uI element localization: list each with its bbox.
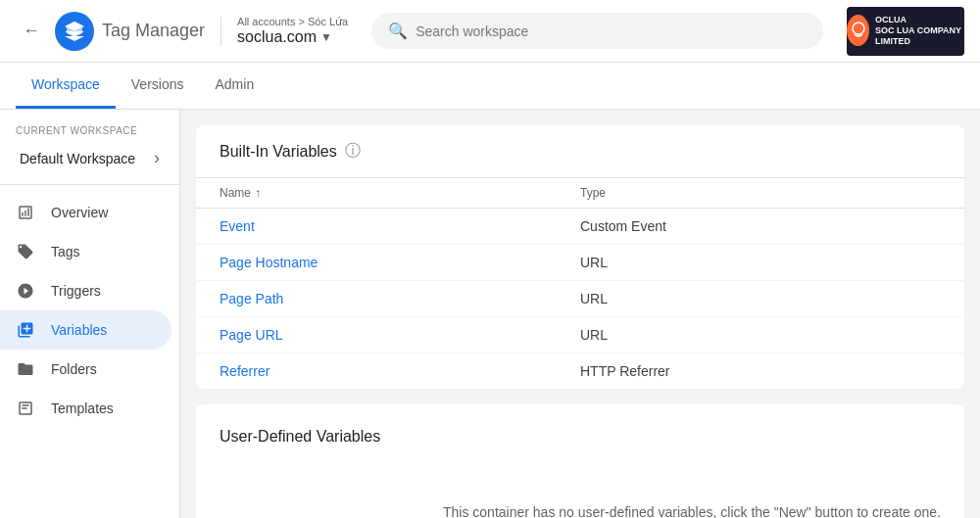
tags-icon: [16, 242, 35, 261]
header-divider: [220, 17, 221, 46]
name-column-header: Name ↑: [220, 186, 580, 200]
templates-label: Templates: [51, 400, 114, 416]
table-row: Page Path URL: [196, 281, 964, 317]
search-icon: 🔍: [388, 22, 408, 40]
user-defined-title: User-Defined Variables: [220, 428, 941, 446]
workspace-label: CURRENT WORKSPACE: [0, 110, 179, 140]
sort-icon[interactable]: ↑: [255, 186, 261, 200]
table-row: Referrer HTTP Referrer: [196, 353, 964, 389]
sidebar-item-tags[interactable]: Tags: [0, 232, 172, 271]
variable-type-cell: HTTP Referrer: [580, 363, 941, 379]
back-icon: ←: [23, 21, 40, 41]
variable-name-link[interactable]: Referrer: [220, 363, 270, 379]
user-defined-section: User-Defined Variables This container ha…: [196, 404, 964, 518]
sidebar-item-folders[interactable]: Folders: [0, 350, 172, 389]
header: ← Tag Manager All accounts > Sóc Lứa soc…: [0, 0, 980, 63]
domain-name: soclua.com: [237, 28, 317, 46]
brand-logo-inner: OCLUA SOC LUA COMPANY LIMITED: [847, 15, 964, 46]
workspace-arrow-icon: ›: [154, 148, 160, 168]
built-in-variables-title: Built-In Variables: [220, 143, 337, 161]
variable-name-link[interactable]: Page Hostname: [220, 255, 318, 270]
variable-type-cell: URL: [580, 327, 941, 343]
overview-icon: [16, 203, 35, 222]
sidebar-item-variables[interactable]: Variables: [0, 310, 172, 350]
dropdown-arrow-icon: ▼: [320, 30, 332, 44]
workspace-selector[interactable]: Default Workspace ›: [8, 140, 172, 176]
variable-name-cell: Page URL: [220, 327, 580, 343]
sidebar-item-overview[interactable]: Overview: [0, 193, 172, 232]
sidebar: CURRENT WORKSPACE Default Workspace › Ov…: [0, 110, 180, 518]
content-area: Built-In Variables ⓘ Name ↑ Type Event C…: [180, 110, 980, 518]
brand-logo-text: OCLUA SOC LUA COMPANY LIMITED: [875, 15, 964, 46]
table-row: Event Custom Event: [196, 209, 964, 245]
overview-label: Overview: [51, 205, 108, 220]
search-input[interactable]: [416, 24, 807, 39]
name-header-label: Name: [220, 186, 251, 200]
table-row: Page Hostname URL: [196, 245, 964, 281]
sidebar-divider: [0, 184, 179, 185]
tab-versions[interactable]: Versions: [116, 62, 200, 109]
table-row: Page URL URL: [196, 317, 964, 353]
variable-name-link[interactable]: Page URL: [220, 327, 283, 343]
variable-name-cell: Page Hostname: [220, 255, 580, 270]
app-name: Tag Manager: [102, 21, 205, 41]
nav-tabs: Workspace Versions Admin: [0, 63, 980, 110]
variable-type-cell: URL: [580, 291, 941, 306]
domain-selector[interactable]: soclua.com ▼: [237, 28, 348, 46]
type-column-header: Type: [580, 186, 941, 200]
tab-admin[interactable]: Admin: [199, 62, 270, 109]
tab-workspace[interactable]: Workspace: [16, 62, 116, 109]
main-layout: CURRENT WORKSPACE Default Workspace › Ov…: [0, 110, 980, 518]
type-header-label: Type: [580, 186, 606, 200]
tags-label: Tags: [51, 244, 80, 259]
folders-icon: [16, 359, 35, 379]
gtm-logo-icon: [63, 20, 86, 43]
variable-type-cell: URL: [580, 255, 941, 270]
app-logo: [55, 12, 94, 51]
sidebar-item-templates[interactable]: Templates: [0, 389, 172, 428]
search-box[interactable]: 🔍: [371, 13, 823, 49]
variable-name-link[interactable]: Page Path: [220, 291, 283, 306]
built-in-variables-header: Built-In Variables ⓘ: [196, 125, 964, 178]
variable-name-cell: Referrer: [220, 363, 580, 379]
workspace-name: Default Workspace: [20, 151, 135, 166]
user-defined-variables-card: User-Defined Variables This container ha…: [196, 404, 964, 518]
triggers-icon: [16, 281, 35, 301]
variable-name-cell: Page Path: [220, 291, 580, 306]
oclua-logo-icon: [849, 21, 868, 40]
back-button[interactable]: ←: [16, 16, 47, 47]
account-path: All accounts > Sóc Lứa: [237, 16, 348, 28]
brand-logo-icon: [847, 15, 869, 46]
table-header: Name ↑ Type: [196, 178, 964, 209]
variable-name-cell: Event: [220, 218, 580, 234]
account-info: All accounts > Sóc Lứa soclua.com ▼: [237, 16, 348, 46]
help-icon[interactable]: ⓘ: [345, 141, 361, 162]
brand-logo: OCLUA SOC LUA COMPANY LIMITED: [847, 7, 964, 56]
svg-point-0: [853, 23, 864, 34]
variables-icon: [16, 320, 35, 340]
templates-icon: [16, 399, 35, 418]
empty-state-message: This container has no user-defined varia…: [220, 485, 941, 518]
sidebar-item-triggers[interactable]: Triggers: [0, 271, 172, 310]
variable-name-link[interactable]: Event: [220, 218, 255, 234]
built-in-variables-card: Built-In Variables ⓘ Name ↑ Type Event C…: [196, 125, 964, 389]
variables-label: Variables: [51, 322, 107, 338]
folders-label: Folders: [51, 361, 97, 377]
search-container: 🔍: [371, 13, 823, 49]
variable-type-cell: Custom Event: [580, 218, 941, 234]
triggers-label: Triggers: [51, 283, 101, 299]
